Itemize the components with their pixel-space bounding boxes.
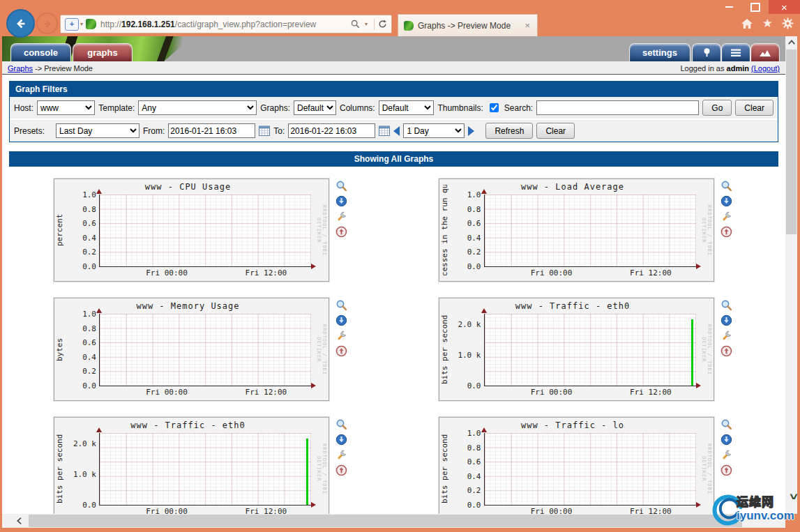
scroll-up-icon[interactable] xyxy=(785,36,797,48)
graph-panel[interactable]: www - Traffic - eth0bits per second2.0 k… xyxy=(439,298,714,401)
csv-export-icon[interactable] xyxy=(720,434,732,446)
zoom-graph-icon[interactable] xyxy=(335,418,347,430)
csv-export-icon[interactable] xyxy=(335,314,347,326)
logout-link[interactable]: (Logout) xyxy=(751,64,780,73)
tab-console-label: console xyxy=(24,47,58,58)
y-tick-label: 0.0 xyxy=(449,501,481,510)
clear-button[interactable]: Clear xyxy=(735,100,773,116)
graph-source-icon[interactable] xyxy=(335,211,347,222)
graphs-per-page-select[interactable]: Default xyxy=(294,100,336,115)
x-axis-arrow xyxy=(311,502,316,508)
search-icon[interactable] xyxy=(351,20,360,29)
template-select[interactable]: Any xyxy=(138,100,257,115)
graph-panel[interactable]: www - Traffic - eth0bits per second2.0 k… xyxy=(54,417,329,514)
address-bar[interactable]: + ▾ http://192.168.1.251/cacti/graph_vie… xyxy=(60,15,392,33)
window-maximize-button[interactable] xyxy=(742,0,769,14)
shift-time-forward-icon[interactable] xyxy=(468,126,474,136)
zoom-graph-icon[interactable] xyxy=(720,299,732,311)
tab-console[interactable]: console xyxy=(10,43,71,61)
horizontal-scrollbar[interactable] xyxy=(2,514,785,528)
y-axis-arrow xyxy=(481,189,487,194)
host-select[interactable]: www xyxy=(37,100,95,115)
back-arrow-icon xyxy=(14,17,28,31)
graph-source-icon[interactable] xyxy=(335,449,347,461)
horizontal-scrollbar-thumb[interactable] xyxy=(29,515,742,527)
zoom-graph-icon[interactable] xyxy=(720,180,732,192)
url-path: /cacti/graph_view.php?action=preview xyxy=(175,20,316,29)
tab-tree-view[interactable] xyxy=(692,43,721,61)
vertical-scrollbar[interactable] xyxy=(785,36,797,514)
zoom-graph-icon[interactable] xyxy=(720,418,732,430)
page-top-icon[interactable] xyxy=(335,345,347,357)
presets-label: Presets: xyxy=(14,126,45,136)
page-top-icon[interactable] xyxy=(720,345,732,357)
browser-forward-button[interactable] xyxy=(36,13,58,34)
csv-export-icon[interactable] xyxy=(720,195,732,207)
favorites-star-icon[interactable]: ★ xyxy=(762,17,773,29)
page-top-icon[interactable] xyxy=(720,226,732,238)
address-dropdown-caret-icon[interactable]: ▾ xyxy=(80,21,83,27)
graph-title: www - Traffic - eth0 xyxy=(460,301,686,311)
zoom-graph-icon[interactable] xyxy=(335,299,347,311)
shift-time-back-icon[interactable] xyxy=(393,126,400,136)
compatibility-view-icon[interactable]: + xyxy=(65,18,79,31)
csv-export-icon[interactable] xyxy=(335,434,347,446)
settings-gear-icon[interactable] xyxy=(782,17,794,29)
tab-preview-view[interactable] xyxy=(750,43,780,61)
csv-export-icon[interactable] xyxy=(720,314,732,326)
search-dropdown-caret-icon[interactable]: ▾ xyxy=(365,21,368,27)
presets-select[interactable]: Last Day xyxy=(56,123,139,138)
y-tick-label: 0.4 xyxy=(449,472,481,481)
csv-export-icon[interactable] xyxy=(335,195,347,207)
from-calendar-icon[interactable] xyxy=(259,126,270,136)
browser-tab[interactable]: Graphs -> Preview Mode × xyxy=(398,14,538,36)
watermark-en-text: iyunv.com xyxy=(737,510,794,523)
window-minimize-button[interactable] xyxy=(716,0,742,14)
tab-close-icon[interactable]: × xyxy=(523,20,531,31)
tab-settings[interactable]: settings xyxy=(629,43,690,61)
graph-title: www - Traffic - lo xyxy=(460,420,686,430)
tab-list-view[interactable] xyxy=(721,43,750,61)
thumbnails-label: Thumbnails: xyxy=(437,103,483,113)
zoom-graph-icon[interactable] xyxy=(335,180,347,192)
y-tick-label: 0.2 xyxy=(449,248,481,257)
browser-back-button[interactable] xyxy=(6,9,35,38)
home-icon[interactable] xyxy=(741,18,753,29)
page-top-icon[interactable] xyxy=(720,464,732,476)
graph-source-icon[interactable] xyxy=(335,330,347,342)
x-axis-arrow xyxy=(696,264,701,269)
to-date-input[interactable] xyxy=(288,123,375,138)
search-input[interactable] xyxy=(536,100,699,115)
graph-panel[interactable]: www - Memory Usagebytes1.00.80.60.40.20.… xyxy=(54,298,329,401)
from-date-input[interactable] xyxy=(168,123,255,138)
graph-source-icon[interactable] xyxy=(720,449,732,461)
go-button[interactable]: Go xyxy=(702,100,732,116)
presets-clear-button[interactable]: Clear xyxy=(536,123,575,139)
watermark-check-mark: ˅ xyxy=(790,492,797,503)
graph-cell: www - Memory Usagebytes1.00.80.60.40.20.… xyxy=(9,291,394,410)
url-text[interactable]: http://192.168.1.251/cacti/graph_view.ph… xyxy=(100,20,351,29)
graph-source-icon[interactable] xyxy=(720,211,732,222)
to-calendar-icon[interactable] xyxy=(379,126,390,136)
window-close-button[interactable]: × xyxy=(769,0,800,14)
graph-source-icon[interactable] xyxy=(720,330,732,342)
page-top-icon[interactable] xyxy=(335,226,347,238)
vertical-scrollbar-thumb[interactable] xyxy=(786,50,797,234)
columns-select[interactable]: Default xyxy=(379,100,435,115)
graph-panel[interactable]: www - Traffic - lobits per second1.00.80… xyxy=(439,417,714,514)
tab-graphs[interactable]: graphs xyxy=(73,43,133,61)
breadcrumb-graphs-link[interactable]: Graphs xyxy=(8,64,33,73)
graph-preview-icon xyxy=(759,49,771,57)
refresh-button[interactable]: Refresh xyxy=(485,123,533,139)
tab-graphs-label: graphs xyxy=(87,47,117,58)
graph-panel[interactable]: www - CPU Usagepercent1.00.80.60.40.20.0… xyxy=(54,178,329,282)
url-scheme: http:// xyxy=(100,20,121,29)
close-icon: × xyxy=(781,2,787,13)
time-span-select[interactable]: 1 Day xyxy=(403,123,465,138)
thumbnails-checkbox[interactable] xyxy=(490,103,499,112)
graph-panel[interactable]: www - Load Averageprocesses in the run q… xyxy=(439,178,714,282)
page-top-icon[interactable] xyxy=(335,464,347,476)
y-tick-label: 0.6 xyxy=(449,219,481,228)
refresh-icon[interactable] xyxy=(378,20,387,29)
scroll-left-icon[interactable] xyxy=(12,514,26,528)
